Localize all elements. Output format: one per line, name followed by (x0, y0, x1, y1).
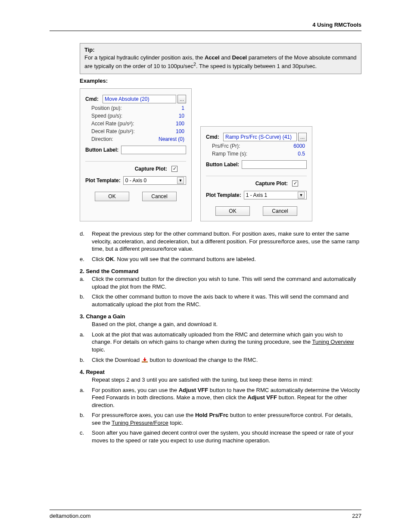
capture-plot-checkbox[interactable]: ✓ (292, 180, 298, 187)
section-2-heading: 2. Send the Command (80, 268, 361, 274)
step-4c-text: Soon after you have gained decent contro… (92, 429, 361, 444)
tip-label: Tip: (84, 47, 95, 53)
section-4-heading: 4. Repeat (80, 369, 361, 375)
footer-site: deltamotion.com (50, 513, 90, 519)
tip-box: Tip: For a typical hydraulic cylinder po… (80, 43, 361, 74)
download-icon (141, 357, 148, 363)
list-marker: e. (80, 255, 92, 263)
divider (85, 161, 186, 162)
plot-template-label: Plot Template: (206, 192, 241, 198)
capture-plot-checkbox[interactable]: ✓ (171, 166, 177, 172)
button-label-input[interactable] (121, 146, 186, 154)
plot-template-select[interactable]: 1 - Axis 1 ▼ (244, 191, 307, 199)
param-value[interactable]: 0.5 (277, 151, 307, 157)
tuning-overview-link[interactable]: Tuning Overview (312, 339, 354, 345)
list-marker: b. (80, 356, 92, 364)
step-e-text: Click OK. Now you will see that the comm… (92, 255, 361, 263)
examples-label: Examples: (80, 78, 361, 84)
dialog-move-absolute: Cmd: Move Absolute (20) … Position (pu):… (80, 88, 192, 221)
footer-page-number: 227 (352, 513, 361, 519)
step-2b-text: Click the other command button to move t… (92, 293, 361, 308)
param-label: Accel Rate (pu/s²): (85, 121, 156, 127)
button-label-label: Button Label: (85, 147, 118, 153)
divider (206, 176, 307, 176)
param-value[interactable]: Nearest (0) (156, 136, 186, 142)
plot-template-label: Plot Template: (85, 177, 121, 184)
cmd-field[interactable]: Ramp Prs/Frc (S-Curve) (41) (223, 133, 297, 141)
step-3a-text: Look at the plot that was automatically … (92, 331, 361, 354)
param-label: Prs/Frc (Pr): (206, 143, 277, 149)
chevron-down-icon: ▼ (298, 192, 305, 199)
svg-rect-0 (142, 361, 148, 363)
capture-plot-label: Capture Plot: (255, 180, 288, 187)
page-header: 4 Using RMCTools (50, 22, 361, 31)
list-marker: a. (80, 331, 92, 354)
cancel-button[interactable]: Cancel (142, 192, 177, 201)
tip-text: For a typical hydraulic cylinder positio… (84, 54, 357, 70)
step-4b-text: For pressure/force axes, you can use the… (92, 411, 361, 426)
tuning-pressure-force-link[interactable]: Tuning Pressure/Force (112, 420, 168, 426)
dialog-ramp-prs-frc: Cmd: Ramp Prs/Frc (S-Curve) (41) … Prs/F… (200, 126, 312, 221)
param-value[interactable]: 100 (156, 128, 186, 134)
cmd-browse-button[interactable]: … (298, 133, 307, 141)
param-label: Decel Rate (pu/s²): (85, 128, 156, 134)
cmd-label: Cmd: (85, 96, 103, 102)
param-value[interactable]: 10 (156, 113, 186, 119)
param-label: Direction: (85, 136, 156, 142)
ok-button[interactable]: OK (95, 192, 129, 201)
cmd-label: Cmd: (206, 134, 223, 140)
list-marker: a. (80, 275, 92, 290)
ok-button[interactable]: OK (215, 206, 250, 216)
chevron-down-icon: ▼ (177, 177, 184, 184)
cancel-button[interactable]: Cancel (263, 206, 297, 216)
list-marker: d. (80, 230, 92, 253)
plot-template-select[interactable]: 0 - Axis 0 ▼ (123, 176, 186, 185)
section-4-subtext: Repeat steps 2 and 3 until you are satis… (92, 376, 361, 384)
page-footer: deltamotion.com 227 (50, 510, 361, 519)
button-label-label: Button Label: (206, 162, 239, 168)
step-3b-text: Click the Download button to download th… (92, 356, 361, 364)
step-4a-text: For position axes, you can use the Adjus… (92, 386, 361, 409)
param-label: Ramp Time (s): (206, 151, 277, 157)
list-marker: b. (80, 411, 92, 426)
param-value[interactable]: 1 (156, 105, 186, 111)
param-value[interactable]: 100 (156, 121, 186, 127)
list-marker: a. (80, 386, 92, 409)
param-label: Position (pu): (85, 105, 156, 111)
button-label-input[interactable] (242, 160, 307, 169)
cmd-field[interactable]: Move Absolute (20) (103, 95, 176, 103)
list-marker: c. (80, 429, 92, 444)
step-d-text: Repeat the previous step for the other c… (92, 230, 361, 253)
section-3-heading: 3. Change a Gain (80, 313, 361, 320)
param-label: Speed (pu/s): (85, 113, 156, 119)
cmd-browse-button[interactable]: … (177, 95, 186, 103)
section-3-subtext: Based on the plot, change a gain, and do… (92, 320, 361, 328)
param-value[interactable]: 6000 (277, 143, 307, 149)
capture-plot-label: Capture Plot: (135, 166, 167, 172)
step-2a-text: Click the command button for the directi… (92, 275, 361, 290)
list-marker: b. (80, 293, 92, 308)
